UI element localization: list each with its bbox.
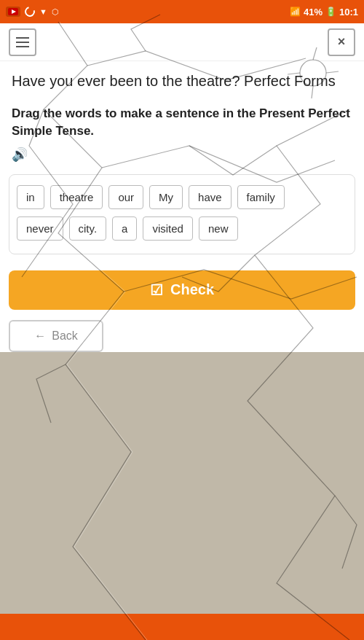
- hamburger-button[interactable]: [9, 28, 36, 56]
- word-tile[interactable]: family: [237, 185, 285, 209]
- signal-icon: 📶: [290, 7, 301, 17]
- check-label: Check: [170, 281, 214, 298]
- close-button[interactable]: ×: [328, 28, 355, 56]
- check-icon: ☑: [150, 281, 163, 299]
- time-display: 10:1: [339, 7, 358, 17]
- word-tile[interactable]: our: [108, 185, 143, 209]
- title-section: Have you ever been to the theatre? Perfe…: [0, 61, 364, 98]
- toolbar: ×: [0, 23, 364, 61]
- back-button[interactable]: ← Back: [9, 320, 103, 352]
- instruction-text: Drag the words to make a sentence in the…: [12, 105, 352, 164]
- close-icon: ×: [338, 34, 346, 50]
- word-tile[interactable]: new: [199, 216, 238, 241]
- word-tile[interactable]: in: [17, 185, 44, 209]
- hamburger-line-3: [16, 46, 29, 47]
- word-row-1: intheatreourMyhavefamily: [17, 185, 347, 209]
- hamburger-line-1: [16, 37, 29, 39]
- status-right: 📶 41% 🔋 10:1: [290, 7, 358, 17]
- battery-icon: 🔋: [325, 7, 336, 17]
- back-arrow-icon: ←: [34, 329, 46, 343]
- word-tile[interactable]: My: [149, 185, 183, 209]
- bottom-bar: [0, 614, 364, 640]
- word-tile[interactable]: city.: [69, 216, 107, 241]
- check-button[interactable]: ☑ Check: [9, 270, 355, 310]
- back-label: Back: [52, 329, 78, 343]
- word-tile[interactable]: visited: [143, 216, 193, 241]
- instruction-section: Drag the words to make a sentence in the…: [0, 98, 364, 174]
- word-tile[interactable]: a: [112, 216, 137, 241]
- data-icon: ⬡: [52, 7, 59, 17]
- word-row-2: nevercity.avisitednew: [17, 216, 347, 241]
- page-title: Have you ever been to the theatre? Perfe…: [12, 71, 352, 90]
- word-area: intheatreourMyhavefamily nevercity.avisi…: [9, 174, 355, 254]
- word-tile[interactable]: never: [17, 216, 63, 241]
- battery-level: 41%: [304, 7, 323, 17]
- main-content: × Have you ever been to the theatre? Per…: [0, 23, 364, 352]
- word-tile[interactable]: have: [189, 185, 232, 209]
- status-bar: ▼ ⬡ 📶 41% 🔋 10:1: [0, 0, 364, 23]
- sound-icon[interactable]: 🔊: [12, 146, 28, 164]
- word-tile[interactable]: theatre: [50, 185, 103, 209]
- instruction-label: Drag the words to make a sentence in the…: [12, 105, 352, 140]
- sync-icon: [23, 4, 36, 18]
- wifi-icon: ▼: [39, 7, 47, 16]
- status-icons: ▼ ⬡: [6, 7, 59, 17]
- youtube-icon: [6, 7, 20, 17]
- hamburger-line-2: [16, 42, 29, 43]
